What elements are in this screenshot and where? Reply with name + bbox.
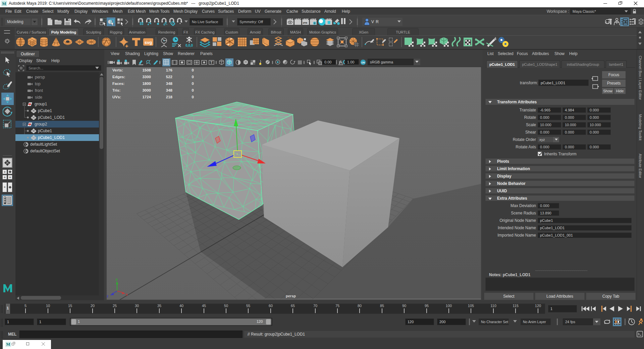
svg-text:Faces:: Faces:	[112, 82, 124, 86]
svg-text:1724: 1724	[142, 95, 151, 99]
svg-text:z: z	[107, 294, 108, 298]
svg-text:0: 0	[192, 75, 194, 79]
svg-text:0: 0	[192, 68, 194, 72]
svg-text:Edges:: Edges:	[112, 75, 125, 79]
svg-text:522: 522	[166, 75, 172, 79]
svg-text:348: 348	[166, 88, 173, 92]
svg-text:Verts:: Verts:	[112, 68, 123, 72]
svg-text:Tris:: Tris:	[112, 88, 120, 92]
svg-text:T: T	[210, 60, 213, 64]
svg-text:0: 0	[192, 82, 194, 86]
svg-text:3300: 3300	[142, 75, 151, 79]
svg-text:218: 218	[166, 95, 173, 99]
svg-text:persp: persp	[286, 294, 296, 298]
svg-text:176: 176	[166, 68, 172, 72]
svg-text:UVs:: UVs:	[112, 95, 121, 99]
svg-text:y: y	[116, 278, 118, 281]
svg-text:x: x	[126, 293, 128, 296]
svg-text:ON: ON	[361, 61, 365, 64]
svg-text:3000: 3000	[142, 88, 151, 92]
svg-text:1508: 1508	[142, 68, 151, 72]
svg-text:0,0,0: 0,0,0	[185, 44, 193, 47]
svg-text:0: 0	[192, 88, 194, 92]
svg-text:348: 348	[166, 82, 173, 86]
svg-text:0: 0	[192, 95, 194, 99]
svg-text:IPR: IPR	[303, 21, 308, 24]
svg-text:1800: 1800	[142, 82, 151, 86]
svg-text:svg: svg	[145, 40, 152, 45]
